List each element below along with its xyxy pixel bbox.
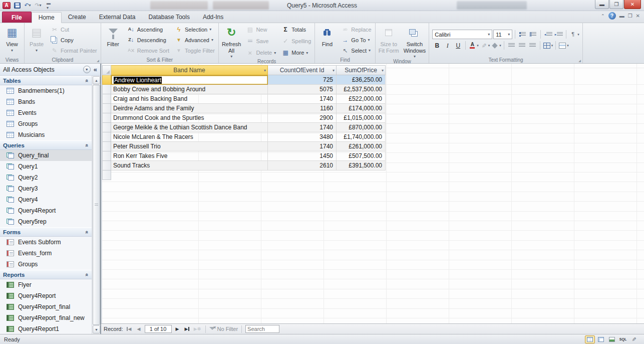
dialog-launcher-icon[interactable]: ◢ (97, 59, 99, 62)
nav-item-flyer[interactable]: Flyer (0, 279, 92, 290)
tab-home[interactable]: Home (32, 12, 62, 23)
cell-band-name[interactable]: George Meikle & the Lothian Scottish Dan… (111, 123, 268, 132)
view-button[interactable]: View▾ (1, 24, 23, 56)
nav-item-query-final[interactable]: Query_final (0, 150, 92, 161)
nav-item-query3[interactable]: Query3 (0, 183, 92, 194)
nav-item-bandmembers-1[interactable]: Bandmembers(1) (0, 85, 92, 96)
cell-countofevent-id[interactable]: 1160 (268, 104, 337, 113)
gridlines-button[interactable]: ▾ (543, 41, 553, 50)
filter-button[interactable]: Filter (102, 24, 124, 56)
select-button[interactable]: Select▾ (339, 46, 374, 56)
column-dropdown-icon[interactable]: ▾ (333, 68, 335, 73)
cell-band-name[interactable]: Ron Kerr Takes Five (111, 151, 268, 161)
nav-pane-header[interactable]: All Access Objects ▼ « (0, 64, 100, 76)
nav-item-query4report[interactable]: Query4Report (0, 290, 92, 301)
font-color-button[interactable]: A▾ (468, 41, 479, 50)
cell-countofevent-id[interactable]: 5075 (268, 85, 337, 94)
nav-item-groups[interactable]: Groups (0, 118, 92, 129)
row-selector[interactable] (102, 94, 111, 104)
next-record-button[interactable]: ▶ (173, 325, 182, 333)
row-selector[interactable] (102, 123, 111, 132)
find-button[interactable]: Find (316, 24, 338, 56)
more-button[interactable]: More▾ (279, 48, 313, 58)
indent-inc-button[interactable] (554, 30, 563, 39)
tab-add-ins[interactable]: Add-Ins (196, 12, 230, 23)
pivotchart-view-button[interactable] (607, 335, 617, 343)
nav-item-query2[interactable]: Query2 (0, 172, 92, 183)
cell-sumofprice[interactable]: £507,500.00 (337, 151, 386, 161)
current-record-box[interactable]: 1 of 10 (145, 325, 172, 333)
row-selector[interactable] (102, 75, 111, 85)
tab-external-data[interactable]: External Data (93, 12, 142, 23)
dialog-launcher-icon[interactable]: ◢ (578, 59, 581, 62)
cell-sumofprice[interactable]: £36,250.00 (337, 75, 386, 85)
cell-countofevent-id[interactable]: 3480 (268, 132, 337, 142)
close-button[interactable]: ✕ (624, 0, 641, 9)
cell-sumofprice[interactable]: £261,000.00 (337, 142, 386, 151)
cell-band-name[interactable]: Craig and his Backing Band (111, 94, 268, 104)
cell-sumofprice[interactable]: £174,000.00 (337, 104, 386, 113)
nav-section-forms[interactable]: Forms« (0, 227, 92, 237)
cell-countofevent-id[interactable]: 2900 (268, 113, 337, 123)
cell-band-name[interactable]: Bobby Crowe and Bobbing Around (111, 85, 268, 94)
save-button[interactable] (13, 2, 22, 10)
filter-status[interactable]: No Filter (209, 326, 238, 332)
cell-band-name[interactable]: Nicole McLaren & The Racers (111, 132, 268, 142)
cell-countofevent-id[interactable]: 1740 (268, 142, 337, 151)
nav-item-query4report-final-new[interactable]: Query4Report_final_new (0, 312, 92, 323)
cell-countofevent-id[interactable]: 1740 (268, 94, 337, 104)
sql-view-button[interactable]: SQL (618, 335, 628, 343)
nav-item-query4report-final[interactable]: Query4Report_final (0, 301, 92, 312)
child-restore-icon[interactable]: ❐ (628, 13, 632, 19)
pivottable-view-button[interactable] (596, 335, 606, 343)
column-header-band-name[interactable]: Band Name▾ (111, 65, 268, 75)
column-dropdown-icon[interactable]: ▾ (382, 68, 384, 73)
nav-item-events[interactable]: Events (0, 107, 92, 118)
row-selector[interactable] (102, 161, 111, 170)
nav-section-tables[interactable]: Tables« (0, 76, 92, 85)
bold-button[interactable]: B (432, 41, 442, 50)
cell-sumofprice[interactable]: £391,500.00 (337, 161, 386, 170)
cell-sumofprice[interactable]: £522,000.00 (337, 94, 386, 104)
row-selector[interactable] (102, 151, 111, 161)
nav-item-events-form[interactable]: Events_form (0, 248, 92, 259)
bullets-button[interactable] (518, 30, 527, 39)
tab-database-tools[interactable]: Database Tools (142, 12, 196, 23)
indent-dec-button[interactable] (543, 30, 553, 39)
help-icon[interactable]: ? (608, 12, 616, 20)
direction-button[interactable]: ▾ (569, 30, 579, 39)
cell-band-name[interactable]: Andrew Lionheart (111, 75, 268, 85)
totals-button[interactable]: Totals (279, 25, 313, 35)
nav-section-reports[interactable]: Reports« (0, 270, 92, 279)
font-name-select[interactable]: Calibri▾ (432, 30, 492, 39)
cell-countofevent-id[interactable]: 1450 (268, 151, 337, 161)
nav-item-groups[interactable]: Groups (0, 259, 92, 270)
child-close-icon[interactable]: ✕ (636, 13, 640, 19)
cell-band-name[interactable]: Sound Tracks (111, 161, 268, 170)
highlight-button[interactable]: ▾ (480, 41, 490, 50)
italic-button[interactable]: I (443, 41, 452, 50)
nav-item-query1[interactable]: Query1 (0, 161, 92, 172)
cell-sumofprice[interactable]: £870,000.00 (337, 123, 386, 132)
scroll-down-icon[interactable]: ▼ (93, 325, 100, 333)
nav-item-query4[interactable]: Query4 (0, 194, 92, 205)
switch-windows-button[interactable]: Switch Windows▾ (402, 24, 428, 59)
select-all-corner[interactable] (102, 65, 111, 75)
nav-item-bands[interactable]: Bands (0, 96, 92, 107)
row-selector[interactable] (102, 104, 111, 113)
shutter-bar-close-icon[interactable]: « (94, 66, 97, 73)
nav-item-query4report[interactable]: Query4Report (0, 205, 92, 216)
row-selector[interactable] (102, 132, 111, 142)
first-record-button[interactable]: ◀ (125, 325, 133, 333)
tab-create[interactable]: Create (62, 12, 93, 23)
cell-band-name[interactable]: Deirdre Adams and the Family (111, 104, 268, 113)
refresh-all-button[interactable]: Refresh All▾ (220, 24, 243, 59)
last-record-button[interactable]: ▶ (183, 325, 192, 333)
collapse-ribbon-icon[interactable]: ⌃ (601, 14, 605, 19)
nav-pane-scrollbar[interactable]: ▲ ▼ (92, 76, 100, 334)
nav-section-queries[interactable]: Queries« (0, 140, 92, 150)
child-minimize-icon[interactable]: ▬ (619, 13, 624, 19)
numbering-button[interactable] (528, 30, 538, 39)
nav-item-musicians[interactable]: Musicians (0, 129, 92, 140)
column-header-countofevent-id[interactable]: CountOfEvent Id▾ (268, 65, 337, 75)
